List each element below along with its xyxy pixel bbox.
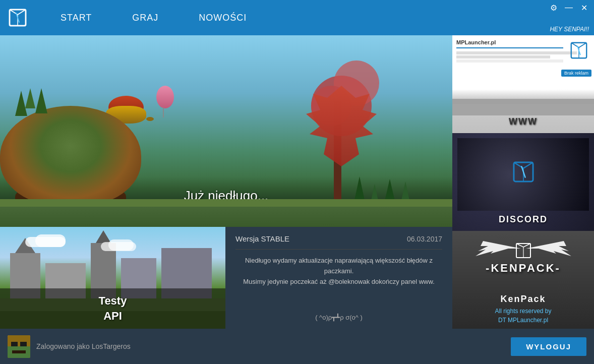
testy-panel[interactable]: Testy API bbox=[0, 227, 225, 329]
svg-line-20 bbox=[516, 244, 523, 247]
www-badge: Brak reklam bbox=[561, 70, 591, 77]
rights-line1: All rights reserved by bbox=[495, 308, 551, 315]
user-info: Zalogowano jako LosTargeros bbox=[8, 335, 131, 358]
nav-start[interactable]: START bbox=[55, 10, 97, 26]
kenpack-label: KenPack bbox=[500, 294, 546, 305]
sidebar-card-kenpack[interactable]: -KENPACK- KenPack All rights reserved by… bbox=[452, 231, 594, 329]
bottom-row: Testy API Wersja STABLE 06.03.2017 Niedł… bbox=[0, 227, 452, 329]
svg-line-11 bbox=[579, 43, 586, 48]
main-content: Już niedługo... nadchodzą wielkie zmiany bbox=[0, 35, 594, 329]
avatar-face bbox=[8, 335, 30, 358]
svg-line-2 bbox=[18, 10, 26, 15]
settings-icon[interactable]: ⚙ bbox=[549, 3, 559, 13]
news-panel: Wersja STABLE 06.03.2017 Niedługo wydamy… bbox=[225, 227, 452, 329]
greeting-text: HEY SENPAI!! bbox=[550, 26, 589, 33]
nav: START GRAJ NOWOŚCI bbox=[55, 10, 252, 26]
kenpack-bottom: KenPack All rights reserved by DT MPLaun… bbox=[452, 290, 594, 329]
news-version: Wersja STABLE bbox=[235, 234, 289, 243]
sidebar-card-www[interactable]: MPLauncher.pl bbox=[452, 35, 594, 133]
nav-graj[interactable]: GRAJ bbox=[127, 10, 163, 26]
svg-line-16 bbox=[523, 162, 533, 168]
logged-as-label: Zalogowano jako LosTargeros bbox=[36, 342, 131, 350]
header-controls: ⚙ — ✕ bbox=[549, 3, 589, 13]
news-emoticon: ( ^o)ρ┳┻ρ σ(o^ ) bbox=[235, 314, 442, 321]
close-icon[interactable]: ✕ bbox=[579, 3, 589, 13]
logo-icon bbox=[7, 7, 28, 28]
news-line3: Musimy jedynie poczekać aż @boleknowak d… bbox=[243, 278, 435, 285]
rights-line2: DT MPLauncher.pl bbox=[498, 317, 548, 324]
testy-overlay: Testy API bbox=[0, 288, 225, 329]
all-rights-text: All rights reserved by DT MPLauncher.pl bbox=[495, 307, 551, 325]
news-header: Wersja STABLE 06.03.2017 bbox=[235, 234, 442, 243]
avatar bbox=[8, 335, 30, 358]
logout-button[interactable]: WYLOGUJ bbox=[511, 337, 586, 356]
news-line1: Niedługo wydamy aktualizacje naprawiając… bbox=[245, 257, 433, 264]
sidebar-card-discord[interactable]: DISCORD bbox=[452, 133, 594, 231]
svg-line-21 bbox=[523, 244, 530, 247]
testy-label1: Testy bbox=[99, 294, 127, 308]
news-body: Niedługo wydamy aktualizacje naprawiając… bbox=[235, 256, 442, 307]
news-divider bbox=[235, 249, 442, 250]
www-label: WWW bbox=[509, 116, 538, 127]
logo-area bbox=[0, 0, 35, 35]
right-sidebar: MPLauncher.pl bbox=[452, 35, 594, 329]
hero-banner: Już niedługo... nadchodzą wielkie zmiany bbox=[0, 35, 452, 227]
nav-nowosci[interactable]: NOWOŚCI bbox=[194, 10, 252, 26]
minimize-icon[interactable]: — bbox=[564, 3, 574, 13]
left-column: Już niedługo... nadchodzą wielkie zmiany bbox=[0, 35, 452, 329]
news-line2: paczkami. bbox=[324, 267, 354, 275]
header: START GRAJ NOWOŚCI ⚙ — ✕ HEY SENPAI!! bbox=[0, 0, 594, 35]
discord-label: DISCORD bbox=[499, 214, 548, 225]
footer: Zalogowano jako LosTargeros WYLOGUJ bbox=[0, 329, 594, 364]
news-date: 06.03.2017 bbox=[407, 235, 442, 243]
testy-label2: API bbox=[103, 310, 122, 323]
